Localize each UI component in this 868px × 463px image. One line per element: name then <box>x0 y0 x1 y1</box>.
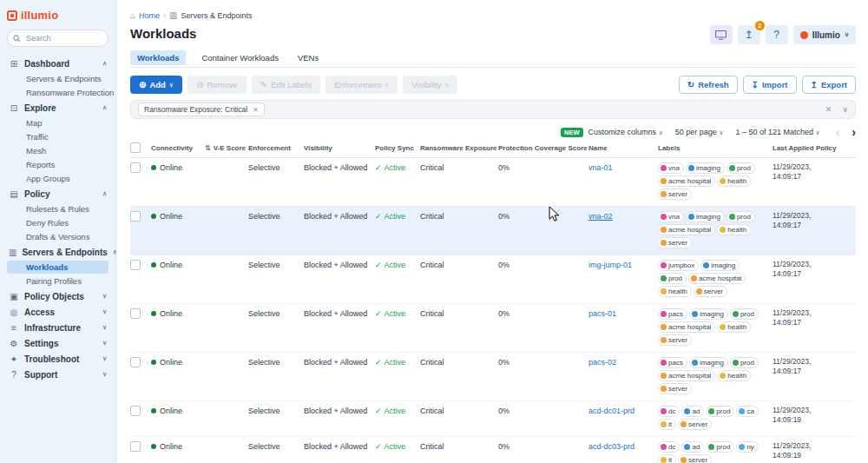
label-pill[interactable]: health <box>717 370 751 381</box>
next-page-button[interactable]: › <box>852 127 856 137</box>
remove-filter-icon[interactable]: ✕ <box>253 106 259 114</box>
label-pill[interactable]: prod <box>730 308 759 320</box>
sidebar-item-app-groups[interactable]: App Groups <box>7 172 108 185</box>
column-header-visibility[interactable]: Visibility <box>304 144 375 152</box>
sidebar-search[interactable] <box>7 30 108 47</box>
visibility-dropdown[interactable]: Visibility ∨ <box>403 76 457 94</box>
label-pill[interactable]: acme hospital <box>658 370 715 381</box>
sidebar-item-mesh[interactable]: Mesh <box>7 144 108 157</box>
row-checkbox[interactable] <box>130 260 141 270</box>
label-pill[interactable]: imaging <box>689 308 728 320</box>
sidebar-section-settings[interactable]: ⚙Settings∨ <box>7 335 108 351</box>
expand-filters-icon[interactable]: ∨ <box>842 105 848 114</box>
sidebar-item-map[interactable]: Map <box>7 116 108 129</box>
sort-icon[interactable]: ⇅ <box>205 144 211 152</box>
help-button[interactable]: ? <box>766 25 788 44</box>
column-header-name[interactable]: Name <box>589 144 658 152</box>
label-pill[interactable]: jumpbox <box>658 260 699 271</box>
sidebar-item-ransomware-protection[interactable]: Ransomware Protection <box>7 86 108 99</box>
tab-workloads[interactable]: Workloads <box>130 50 186 65</box>
tab-vens[interactable]: VENs <box>294 50 322 67</box>
label-pill[interactable]: acme hospital <box>688 273 746 284</box>
label-pill[interactable]: server <box>658 334 692 346</box>
label-pill[interactable]: imaging <box>686 211 725 222</box>
workload-name-link[interactable]: pacs-02 <box>589 358 616 367</box>
table-row[interactable]: OnlineSelectiveBlocked + Allowed✓ActiveC… <box>130 401 856 437</box>
column-header-connectivity[interactable]: Connectivity <box>151 144 205 152</box>
label-pill[interactable]: dc <box>658 441 680 453</box>
sidebar-section-infrastructure[interactable]: ≡Infrastructure∨ <box>7 320 108 335</box>
tab-container-workloads[interactable]: Container Workloads <box>198 50 282 67</box>
label-pill[interactable]: ad <box>681 406 704 417</box>
sidebar-item-pairing-profiles[interactable]: Pairing Profiles <box>7 274 108 288</box>
row-checkbox[interactable] <box>130 162 141 173</box>
sidebar-section-policy[interactable]: ▤Policy∧ <box>7 186 108 202</box>
sidebar-section-dashboard[interactable]: ⊞Dashboard∧ <box>7 56 108 71</box>
label-pill[interactable]: health <box>717 175 751 187</box>
sidebar-item-workloads[interactable]: Workloads <box>7 261 108 274</box>
table-row[interactable]: OnlineSelectiveBlocked + Allowed✓ActiveC… <box>130 255 856 304</box>
label-pill[interactable]: imaging <box>689 357 728 368</box>
clear-filters-icon[interactable]: ✕ <box>825 105 832 114</box>
table-row[interactable]: OnlineSelectiveBlocked + Allowed✓ActiveC… <box>130 437 856 463</box>
label-pill[interactable]: pacs <box>658 308 687 320</box>
sidebar-item-rulesets-rules[interactable]: Rulesets & Rules <box>7 202 108 215</box>
label-pill[interactable]: acme hospital <box>658 321 715 333</box>
customize-columns-dropdown[interactable]: Customize columns ∨ <box>589 128 663 136</box>
sidebar-item-deny-rules[interactable]: Deny Rules <box>7 216 108 229</box>
table-row[interactable]: OnlineSelectiveBlocked + Allowed✓ActiveC… <box>130 158 856 207</box>
label-pill[interactable]: imaging <box>700 260 740 271</box>
row-checkbox[interactable] <box>130 211 141 222</box>
workload-name-link[interactable]: img-jump-01 <box>589 261 632 269</box>
column-header-ve_score[interactable]: ⇅V-E Score <box>205 144 248 152</box>
search-input[interactable] <box>24 33 102 43</box>
row-checkbox[interactable] <box>130 357 141 367</box>
workload-name-link[interactable]: vna-02 <box>589 212 613 221</box>
enforcement-dropdown[interactable]: Enforcement ∨ <box>326 76 398 94</box>
label-pill[interactable]: prod <box>706 406 734 417</box>
filter-bar[interactable]: Ransomware Exposure: Critical ✕ ✕ ∨ <box>130 100 856 119</box>
column-header-enforcement[interactable]: Enforcement <box>248 144 304 152</box>
workload-name-link[interactable]: acd-dc01-prd <box>589 407 635 415</box>
table-row[interactable]: OnlineSelectiveBlocked + Allowed✓ActiveC… <box>130 207 856 255</box>
export-button[interactable]: ↥ Export <box>802 76 856 94</box>
label-pill[interactable]: vna <box>658 211 684 222</box>
label-pill[interactable]: server <box>678 454 712 463</box>
label-pill[interactable]: prod <box>727 211 755 222</box>
label-pill[interactable]: health <box>658 286 692 297</box>
sidebar-item-traffic[interactable]: Traffic <box>7 130 108 143</box>
label-pill[interactable]: dc <box>658 406 680 417</box>
workload-name-link[interactable]: acd-dc03-prd <box>589 442 635 451</box>
label-pill[interactable]: acme hospital <box>658 175 715 187</box>
select-all-checkbox[interactable] <box>130 142 141 153</box>
sidebar-section-troubleshoot[interactable]: ✦Troubleshoot∨ <box>7 351 108 367</box>
label-pill[interactable]: prod <box>730 357 759 368</box>
filter-chip[interactable]: Ransomware Exposure: Critical ✕ <box>138 103 265 116</box>
column-header-ransomware_exposure[interactable]: Ransomware Exposure <box>420 144 498 152</box>
column-header-labels[interactable]: Labels <box>658 144 773 152</box>
label-pill[interactable]: vna <box>658 162 684 174</box>
label-pill[interactable]: health <box>717 224 751 235</box>
remove-button[interactable]: ⊖ Remove <box>187 76 247 94</box>
column-header-protection_coverage_score[interactable]: Protection Coverage Score <box>498 144 589 152</box>
row-checkbox[interactable] <box>130 406 141 416</box>
label-pill[interactable]: server <box>678 419 712 430</box>
edit-labels-button[interactable]: ✎ Edit Labels <box>252 76 320 94</box>
import-button[interactable]: ↧ Import <box>743 76 797 94</box>
sidebar-section-explore[interactable]: ⊡Explore∧ <box>7 100 108 116</box>
label-pill[interactable]: ad <box>681 441 704 453</box>
console-button[interactable] <box>710 25 733 44</box>
sidebar-item-servers-endpoints[interactable]: Servers & Endpoints <box>7 72 108 85</box>
label-pill[interactable]: prod <box>706 441 734 453</box>
label-pill[interactable]: server <box>694 286 727 297</box>
match-count-dropdown[interactable]: 1 – 50 of 121 Matched ∨ <box>735 128 819 136</box>
label-pill[interactable]: pacs <box>658 357 687 368</box>
sidebar-section-support[interactable]: ?Support∨ <box>7 367 108 382</box>
label-pill[interactable]: ca <box>736 406 758 417</box>
add-button[interactable]: ⊕ Add ∨ <box>130 76 182 94</box>
label-pill[interactable]: prod <box>658 273 687 284</box>
sidebar-section-policy-objects[interactable]: ▣Policy Objects∨ <box>7 288 108 304</box>
label-pill[interactable]: prod <box>727 162 755 174</box>
per-page-dropdown[interactable]: 50 per page ∨ <box>675 128 724 136</box>
label-pill[interactable]: it <box>658 454 676 463</box>
